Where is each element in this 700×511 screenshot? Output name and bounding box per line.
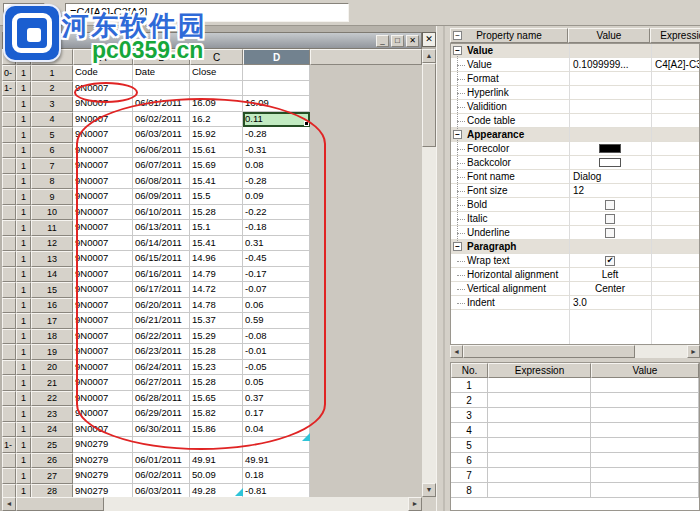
outline-marker[interactable]: [2, 220, 16, 236]
outline-marker[interactable]: [2, 298, 16, 314]
sheet-cell-D6[interactable]: -0.31: [243, 143, 310, 159]
property-row-format[interactable]: Format: [451, 72, 699, 86]
no-header[interactable]: No.: [451, 363, 488, 378]
property-expression[interactable]: [651, 296, 699, 309]
outline-marker[interactable]: [2, 112, 16, 128]
formula-input[interactable]: =C4[A2]-C3[A2]: [65, 3, 349, 22]
value-cell[interactable]: [591, 378, 699, 393]
row-number[interactable]: 26: [31, 453, 73, 469]
sheet-cell-A13[interactable]: 9N0007: [73, 251, 133, 267]
property-row-horizontal-alignment[interactable]: Horizontal alignmentLeft: [451, 268, 699, 282]
sheet-cell-A23[interactable]: 9N0007: [73, 406, 133, 422]
property-expression[interactable]: C4[A2]-C3[A2]: [651, 58, 699, 71]
horizontal-scroll-thumb[interactable]: [463, 345, 635, 358]
sheet-cell-C26[interactable]: 49.91: [190, 453, 243, 469]
scroll-left-button[interactable]: ◄: [450, 345, 463, 358]
value-cell[interactable]: [591, 408, 699, 423]
property-row-vertical-alignment[interactable]: Vertical alignmentCenter: [451, 282, 699, 296]
minimize-button[interactable]: _: [376, 35, 389, 47]
sheet-cell-A17[interactable]: 9N0007: [73, 313, 133, 329]
property-expression[interactable]: [651, 156, 699, 169]
property-expression[interactable]: [651, 142, 699, 155]
collapse-icon[interactable]: −: [453, 46, 462, 55]
sheet-cell-B8[interactable]: 06/08/2011: [133, 174, 190, 190]
sheet-cell-D11[interactable]: -0.18: [243, 220, 310, 236]
row-number[interactable]: 10: [31, 205, 73, 221]
outline-marker[interactable]: [2, 127, 16, 143]
collapse-icon[interactable]: −: [453, 130, 462, 139]
outline-marker[interactable]: [2, 267, 16, 283]
sheet-cell-D18[interactable]: -0.08: [243, 329, 310, 345]
sheet-cell-A5[interactable]: 9N0007: [73, 127, 133, 143]
property-expression[interactable]: [651, 86, 699, 99]
band-marker[interactable]: 1: [16, 143, 31, 159]
property-value[interactable]: Dialog: [569, 170, 651, 183]
sheet-cell-C13[interactable]: 14.96: [190, 251, 243, 267]
sheet-cell-D8[interactable]: -0.28: [243, 174, 310, 190]
property-expression[interactable]: [651, 268, 699, 281]
sheet-cell-B14[interactable]: 06/16/2011: [133, 267, 190, 283]
property-row-paragraph[interactable]: −Paragraph: [451, 240, 699, 254]
row-number[interactable]: 5: [31, 127, 73, 143]
expression-row[interactable]: 4: [451, 423, 699, 438]
band-marker[interactable]: 1: [16, 189, 31, 205]
sheet-cell-D9[interactable]: 0.09: [243, 189, 310, 205]
property-expression[interactable]: [651, 226, 699, 239]
property-value[interactable]: [569, 114, 651, 127]
property-row-bold[interactable]: Bold: [451, 198, 699, 212]
outline-marker[interactable]: [2, 189, 16, 205]
property-expression[interactable]: [651, 198, 699, 211]
sheet-cell-C28[interactable]: 49.28: [190, 484, 243, 498]
sheet-cell-B3[interactable]: 06/01/2011: [133, 96, 190, 112]
scroll-down-button[interactable]: ▼: [422, 483, 436, 497]
sheet-cell-C21[interactable]: 15.28: [190, 375, 243, 391]
row-number[interactable]: 1: [31, 65, 73, 81]
sheet-cell-A21[interactable]: 9N0007: [73, 375, 133, 391]
row-number[interactable]: 6: [31, 143, 73, 159]
band-marker[interactable]: 1: [16, 406, 31, 422]
column-header-A[interactable]: A: [73, 49, 133, 65]
color-swatch[interactable]: [599, 144, 621, 153]
expression-cell[interactable]: [488, 378, 591, 393]
column-header-D[interactable]: D: [243, 49, 310, 65]
sheet-cell-C5[interactable]: 15.92: [190, 127, 243, 143]
sheet-cell-A10[interactable]: 9N0007: [73, 205, 133, 221]
sheet-cell-C23[interactable]: 15.82: [190, 406, 243, 422]
row-number[interactable]: 3: [31, 96, 73, 112]
sheet-cell-B4[interactable]: 06/02/2011: [133, 112, 190, 128]
sheet-cell-C4[interactable]: 16.2: [190, 112, 243, 128]
sheet-cell-B23[interactable]: 06/29/2011: [133, 406, 190, 422]
sheet-cell-B28[interactable]: 06/03/2011: [133, 484, 190, 498]
property-row-value[interactable]: −Value: [451, 44, 699, 58]
property-value[interactable]: [569, 156, 651, 169]
band-marker[interactable]: 1: [16, 220, 31, 236]
band-marker[interactable]: 1: [16, 468, 31, 484]
property-expression[interactable]: [651, 240, 699, 253]
sheet-cell-B25[interactable]: [133, 437, 190, 453]
sheet-cell-D28[interactable]: -0.81: [243, 484, 310, 498]
sheet-cell-C15[interactable]: 14.72: [190, 282, 243, 298]
close-button[interactable]: ✕: [406, 35, 419, 47]
row-number[interactable]: 16: [31, 298, 73, 314]
outline-marker[interactable]: [2, 251, 16, 267]
property-expression[interactable]: [651, 282, 699, 295]
sheet-cell-D27[interactable]: 0.18: [243, 468, 310, 484]
outline-marker[interactable]: [2, 158, 16, 174]
row-number[interactable]: 12: [31, 236, 73, 252]
sheet-cell-C17[interactable]: 15.37: [190, 313, 243, 329]
row-number[interactable]: 7: [31, 158, 73, 174]
band-marker[interactable]: 1: [16, 127, 31, 143]
outline-marker[interactable]: [2, 313, 16, 329]
horizontal-scrollbar[interactable]: ◄ ►: [2, 497, 436, 511]
band-marker[interactable]: 1: [16, 437, 31, 453]
sheet-cell-D14[interactable]: -0.17: [243, 267, 310, 283]
expression-header[interactable]: Expression: [488, 363, 591, 378]
outline-marker[interactable]: [2, 375, 16, 391]
scroll-left-button[interactable]: ◄: [2, 497, 16, 511]
sheet-cell-D2[interactable]: [243, 81, 310, 97]
value-cell[interactable]: [591, 438, 699, 453]
sheet-cell-A9[interactable]: 9N0007: [73, 189, 133, 205]
sheet-cell-C18[interactable]: 15.29: [190, 329, 243, 345]
value-cell[interactable]: [591, 453, 699, 468]
row-number[interactable]: 17: [31, 313, 73, 329]
